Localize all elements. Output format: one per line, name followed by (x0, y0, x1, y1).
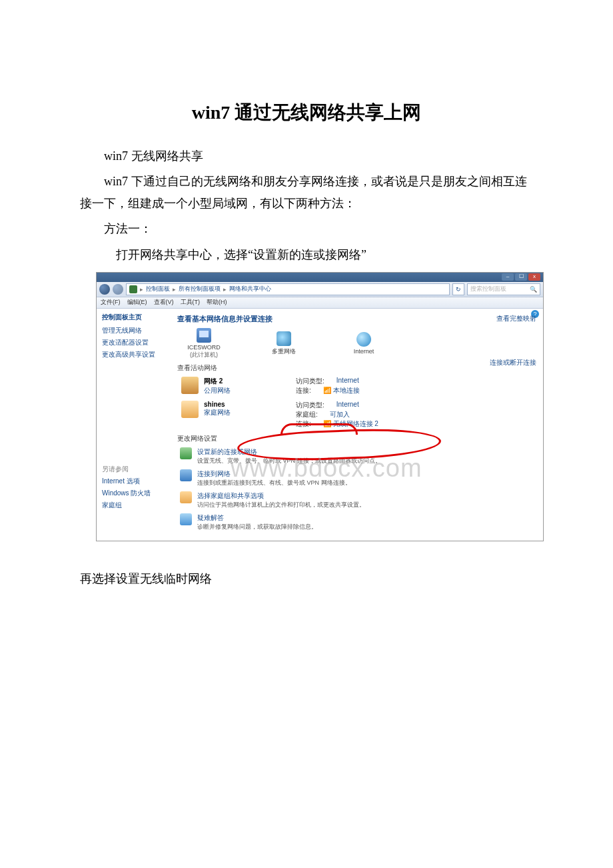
net2-k2: 家庭组: (296, 410, 318, 419)
action-connect[interactable]: 连接到网络 连接到或重新连接到无线、有线、拨号或 VPN 网络连接。 (180, 469, 536, 487)
net2-type[interactable]: 家庭网络 (204, 408, 231, 417)
search-input[interactable]: 搜索控制面板 🔍 (467, 283, 540, 295)
back-button[interactable] (99, 284, 110, 295)
net2-v1: Internet (336, 401, 359, 410)
internet-icon (356, 332, 371, 347)
net2-v2[interactable]: 可加入 (330, 410, 350, 419)
sidebar-link-inet-options[interactable]: Internet 选项 (102, 477, 165, 486)
breadcrumb-2[interactable]: 所有控制面板项 (179, 285, 221, 293)
search-icon: 🔍 (530, 286, 537, 293)
menu-file[interactable]: 文件(F) (101, 298, 121, 307)
para-1: win7 无线网络共享 (80, 145, 533, 167)
net2-name: shines (204, 401, 231, 408)
action-homegroup[interactable]: 选择家庭组和共享选项 访问位于其他网络计算机上的文件和打印机，或更改共享设置。 (180, 491, 536, 509)
troubleshoot-icon (180, 513, 192, 525)
address-bar[interactable]: ▸ 控制面板 ▸ 所有控制面板项 ▸ 网络和共享中心 (126, 283, 450, 295)
menu-bar: 文件(F) 编辑(E) 查看(V) 工具(T) 帮助(H) (97, 297, 543, 309)
screenshot-network-center: – ☐ x ▸ 控制面板 ▸ 所有控制面板项 ▸ 网络和共享中心 ↻ 搜索控制面… (96, 272, 544, 541)
sidebar-link-homegroup[interactable]: 家庭组 (102, 501, 165, 510)
setup-connection-icon (180, 447, 192, 459)
net1-v2[interactable]: 📶 本地连接 (323, 386, 360, 395)
sidebar-link-firewall[interactable]: Windows 防火墙 (102, 489, 165, 498)
network-item-1: 网络 2 公用网络 访问类型:Internet 连接:📶 本地连接 (181, 377, 536, 395)
public-network-icon (181, 377, 199, 394)
action-troubleshoot[interactable]: 疑难解答 诊断并修复网络问题，或获取故障排除信息。 (180, 513, 536, 531)
net1-v1: Internet (336, 377, 359, 386)
network-item-2: shines 家庭网络 访问类型:Internet 家庭组:可加入 连接:📶 无… (181, 401, 536, 429)
sidebar-link-advanced[interactable]: 更改高级共享设置 (102, 350, 165, 359)
network-map: ICESWORD (此计算机) 多重网络 Internet (184, 328, 536, 359)
sidebar-link-wifi[interactable]: 管理无线网络 (102, 326, 165, 335)
net2-k1: 访问类型: (296, 401, 324, 410)
para-3: 方法一： (80, 218, 533, 239)
action2-title: 连接到网络 (197, 469, 351, 479)
net1-k2: 连接: (296, 386, 311, 395)
computer-name: ICESWORD (187, 344, 221, 351)
action3-desc: 访问位于其他网络计算机上的文件和打印机，或更改共享设置。 (197, 501, 365, 509)
refresh-button[interactable]: ↻ (452, 283, 464, 295)
net1-name: 网络 2 (204, 377, 231, 386)
action4-desc: 诊断并修复网络问题，或获取故障排除信息。 (197, 523, 317, 531)
para-5: 再选择设置无线临时网络 (80, 568, 533, 589)
menu-tools[interactable]: 工具(T) (181, 298, 201, 307)
net1-k1: 访问类型: (296, 377, 324, 386)
maximize-button[interactable]: ☐ (515, 273, 527, 281)
sidebar-link-adapter[interactable]: 更改适配器设置 (102, 338, 165, 347)
sidebar-heading: 控制面板主页 (102, 313, 165, 322)
red-annotation-top (281, 423, 358, 435)
para-4: 打开网络共享中心，选择“设置新的连或接网络” (80, 244, 533, 265)
action1-title: 设置新的连接或网络 (197, 447, 381, 457)
control-panel-icon (129, 285, 137, 293)
menu-edit[interactable]: 编辑(E) (127, 298, 147, 307)
menu-help[interactable]: 帮助(H) (207, 298, 227, 307)
menu-view[interactable]: 查看(V) (154, 298, 174, 307)
window-titlebar: – ☐ x (97, 273, 543, 282)
para-2: win7 下通过自己的无线网络和朋友分享网络连接，或者说是只是朋友之间相互连接一… (80, 171, 533, 214)
connect-disconnect-link[interactable]: 连接或断开连接 (490, 358, 536, 367)
connect-network-icon (180, 469, 192, 481)
doc-title: win7 通过无线网络共享上网 (80, 100, 533, 125)
action2-desc: 连接到或重新连接到无线、有线、拨号或 VPN 网络连接。 (197, 479, 351, 487)
sidebar-related-label: 另请参阅 (102, 465, 165, 474)
address-row: ▸ 控制面板 ▸ 所有控制面板项 ▸ 网络和共享中心 ↻ 搜索控制面板 🔍 (97, 282, 543, 297)
forward-button[interactable] (113, 284, 123, 295)
view-full-map-link[interactable]: 查看完整映射 (496, 314, 536, 323)
minimize-button[interactable]: – (502, 273, 514, 281)
action3-title: 选择家庭组和共享选项 (197, 491, 365, 501)
computer-sub: (此计算机) (190, 351, 218, 359)
main-heading: 查看基本网络信息并设置连接 (177, 314, 536, 324)
main-panel: ? 查看基本网络信息并设置连接 查看完整映射 ICESWORD (此计算机) 多… (171, 309, 543, 541)
home-network-icon (181, 401, 199, 418)
action-setup-new[interactable]: 设置新的连接或网络 设置无线、宽带、拨号、临时或 VPN 连接；或设置路由器或访… (180, 447, 536, 465)
net1-type[interactable]: 公用网络 (204, 386, 231, 395)
action1-desc: 设置无线、宽带、拨号、临时或 VPN 连接；或设置路由器或访问点。 (197, 457, 381, 465)
change-settings-heading: 更改网络设置 (177, 434, 536, 443)
breadcrumb-1[interactable]: 控制面板 (146, 285, 170, 293)
multi-network-icon (277, 331, 291, 346)
search-placeholder: 搜索控制面板 (470, 285, 506, 293)
close-button[interactable]: x (528, 273, 540, 281)
view-active-label: 查看活动网络 (177, 363, 536, 373)
multi-network-label: 多重网络 (272, 347, 296, 356)
internet-label: Internet (354, 348, 374, 355)
action4-title: 疑难解答 (197, 513, 317, 523)
sidebar: 控制面板主页 管理无线网络 更改适配器设置 更改高级共享设置 另请参阅 Inte… (97, 309, 171, 541)
breadcrumb-3[interactable]: 网络和共享中心 (229, 285, 271, 293)
homegroup-icon (180, 491, 192, 503)
computer-icon (197, 328, 211, 343)
